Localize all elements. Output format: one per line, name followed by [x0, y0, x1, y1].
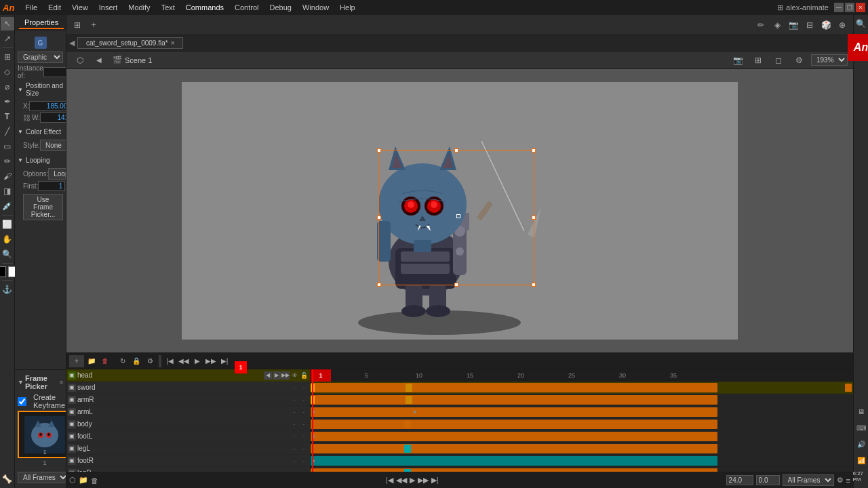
- looping-section-header[interactable]: ▼ Looping: [18, 157, 63, 164]
- type-dropdown[interactable]: Graphic: [18, 52, 63, 63]
- menu-insert[interactable]: Insert: [94, 2, 123, 13]
- track-head[interactable]: [311, 382, 853, 394]
- tl-play-btn[interactable]: ▶: [410, 476, 415, 485]
- tab-properties[interactable]: Properties: [19, 17, 64, 29]
- footR-lock[interactable]: ·: [299, 458, 309, 464]
- zoom-select[interactable]: 193%: [811, 54, 848, 66]
- sword-visibility[interactable]: ·: [290, 384, 299, 391]
- step-forward-button[interactable]: ▶▶: [205, 355, 217, 367]
- eyedropper-tool[interactable]: 💉: [1, 199, 14, 213]
- asset-warp-tool[interactable]: ⚓: [1, 283, 14, 296]
- menu-view[interactable]: View: [66, 2, 94, 13]
- instance-name-input[interactable]: [43, 67, 66, 77]
- scene-view-icon[interactable]: ⊞: [69, 18, 85, 33]
- delete-layer-button[interactable]: 🗑: [99, 355, 111, 367]
- fp-frames-select[interactable]: All Frames: [18, 472, 66, 483]
- free-transform-tool[interactable]: ⊞: [1, 50, 14, 64]
- back-arrow-icon[interactable]: ◀: [69, 39, 75, 47]
- play-button[interactable]: ▶: [191, 355, 203, 367]
- settings-icon[interactable]: ⚙: [144, 355, 156, 367]
- menu-window[interactable]: Window: [297, 2, 334, 13]
- color-section-header[interactable]: ▼ Color Effect: [18, 128, 63, 136]
- view-options-icon[interactable]: ⊞: [750, 53, 766, 68]
- kb-icon[interactable]: ⌨: [853, 420, 869, 435]
- body-lock[interactable]: ·: [299, 421, 309, 428]
- tracks-area[interactable]: 1 5 10 15 20 25 30 35: [311, 369, 853, 472]
- lock-icon[interactable]: 🔒: [130, 355, 142, 367]
- camera-view-icon[interactable]: 📷: [730, 53, 746, 68]
- loop-icon[interactable]: ↻: [117, 355, 129, 367]
- x-input[interactable]: [29, 101, 66, 111]
- bone-tool[interactable]: 🦴: [1, 472, 14, 486]
- distort-tool[interactable]: ◇: [1, 65, 14, 79]
- new-folder-button[interactable]: 📁: [85, 355, 98, 367]
- clip-mask-icon[interactable]: ◻: [770, 53, 787, 68]
- fill-color[interactable]: [0, 266, 6, 277]
- vol-icon[interactable]: 🔊: [853, 436, 869, 451]
- armL-visibility[interactable]: ·: [290, 409, 299, 415]
- desktop-icon[interactable]: 🖥: [853, 404, 869, 419]
- menu-control[interactable]: Control: [229, 2, 264, 13]
- layer-armR[interactable]: ▣ armR · ·: [66, 394, 310, 406]
- armR-visibility[interactable]: ·: [290, 396, 299, 403]
- layer-armL[interactable]: ▣ armL · ·: [66, 406, 310, 418]
- time-input[interactable]: [756, 475, 780, 485]
- screen-mode-icon[interactable]: ⊞: [777, 3, 783, 12]
- armL-lock[interactable]: ·: [299, 409, 309, 415]
- layer-legL[interactable]: ▣ legL · ·: [66, 443, 310, 455]
- position-section-header[interactable]: ▼ Position and Size: [18, 82, 63, 97]
- brush-tool[interactable]: 🖌: [1, 169, 14, 183]
- track-body[interactable]: [311, 430, 853, 443]
- menu-modify[interactable]: Modify: [123, 2, 155, 13]
- new-layer-icon[interactable]: +: [85, 18, 102, 33]
- sword-lock[interactable]: ·: [299, 384, 309, 391]
- track-armR[interactable]: [311, 406, 853, 418]
- subselect-tool[interactable]: ↗: [1, 32, 14, 45]
- tl-footer-settings[interactable]: ⚙: [837, 476, 844, 485]
- viewport[interactable]: Looping options for Graphics: [66, 69, 853, 352]
- tl-footer-more[interactable]: ≡: [846, 476, 850, 485]
- layer-body[interactable]: ▣ body · ·: [66, 418, 310, 430]
- eraser-tool[interactable]: ⬜: [1, 218, 14, 231]
- head-play[interactable]: ▶: [273, 371, 281, 380]
- text-tool[interactable]: T: [1, 110, 14, 123]
- fp-menu-icon[interactable]: ≡: [60, 379, 63, 386]
- track-footL[interactable]: [311, 443, 853, 455]
- tl-end-icon[interactable]: ▶|: [431, 476, 439, 485]
- camera-icon[interactable]: 📷: [785, 18, 802, 33]
- edit-mode-icon[interactable]: ✏: [753, 18, 769, 33]
- head-next-frame[interactable]: ▶▶: [281, 371, 290, 380]
- first-input[interactable]: [38, 181, 65, 191]
- menu-commands[interactable]: Commands: [180, 2, 229, 13]
- menu-debug[interactable]: Debug: [264, 2, 297, 13]
- track-sword[interactable]: [311, 394, 853, 406]
- layer-footR[interactable]: ▣ footR · ·: [66, 455, 310, 467]
- minimize-button[interactable]: —: [834, 3, 844, 12]
- footL-lock[interactable]: ·: [299, 433, 309, 440]
- go-end-button[interactable]: ▶|: [218, 355, 231, 367]
- track-footR[interactable]: [311, 467, 853, 472]
- layer-head[interactable]: ▣ head ◀ ▶ ▶▶ 👁 🔓: [66, 369, 310, 382]
- menu-text[interactable]: Text: [156, 2, 180, 13]
- clip-icon[interactable]: ◈: [769, 18, 785, 33]
- 3d-icon[interactable]: 🎲: [818, 18, 834, 33]
- create-keyframe-checkbox[interactable]: [18, 397, 26, 406]
- layer-footL[interactable]: ▣ footL · ·: [66, 430, 310, 443]
- armR-lock[interactable]: ·: [299, 396, 309, 403]
- scene-home-icon[interactable]: ⬡: [72, 53, 88, 68]
- fp-frame-1[interactable]: 1: [18, 411, 66, 458]
- track-legL[interactable]: [311, 455, 853, 467]
- lasso-tool[interactable]: ⌀: [1, 80, 14, 94]
- layer-sword[interactable]: ▣ sword · ·: [66, 382, 310, 394]
- select-tool[interactable]: ↖: [1, 17, 14, 30]
- network-icon[interactable]: 📶: [853, 453, 869, 468]
- scene-back-icon[interactable]: ◀: [91, 53, 107, 68]
- footR-visibility[interactable]: ·: [290, 458, 299, 464]
- tl-back-icon[interactable]: ◀◀: [396, 476, 407, 485]
- legL-visibility[interactable]: ·: [290, 445, 299, 452]
- new-layer-button[interactable]: +: [69, 355, 84, 367]
- frames-select[interactable]: All Frames: [783, 474, 834, 486]
- w-input[interactable]: [40, 113, 66, 123]
- maximize-button[interactable]: ❐: [845, 3, 854, 12]
- options-dropdown[interactable]: Loop: [48, 168, 66, 180]
